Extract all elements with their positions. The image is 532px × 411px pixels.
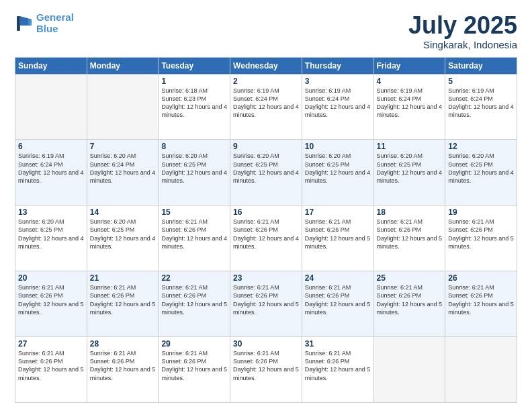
calendar-day-cell: 15Sunrise: 6:21 AM Sunset: 6:26 PM Dayli… — [159, 205, 230, 271]
day-info: Sunrise: 6:21 AM Sunset: 6:26 PM Dayligh… — [161, 283, 227, 316]
calendar-day-cell: 26Sunrise: 6:21 AM Sunset: 6:26 PM Dayli… — [445, 271, 517, 337]
calendar-day-cell: 14Sunrise: 6:20 AM Sunset: 6:25 PM Dayli… — [87, 205, 159, 271]
day-number: 17 — [305, 208, 371, 217]
header: General Blue July 2025 Singkarak, Indone… — [15, 12, 517, 50]
logo-line1: General — [36, 11, 74, 23]
calendar-day-header: Wednesday — [230, 57, 302, 74]
calendar-day-cell: 21Sunrise: 6:21 AM Sunset: 6:26 PM Dayli… — [87, 271, 159, 337]
day-number: 29 — [161, 339, 227, 349]
day-info: Sunrise: 6:21 AM Sunset: 6:26 PM Dayligh… — [90, 349, 156, 382]
day-number: 26 — [448, 273, 514, 283]
calendar-day-cell: 16Sunrise: 6:21 AM Sunset: 6:26 PM Dayli… — [230, 205, 302, 271]
calendar-day-cell — [15, 74, 87, 140]
day-number: 15 — [161, 208, 227, 217]
day-number: 11 — [377, 142, 443, 151]
calendar-day-cell: 6Sunrise: 6:19 AM Sunset: 6:24 PM Daylig… — [15, 140, 87, 205]
day-number: 30 — [233, 339, 299, 349]
calendar-day-cell: 9Sunrise: 6:20 AM Sunset: 6:25 PM Daylig… — [230, 140, 302, 205]
day-info: Sunrise: 6:19 AM Sunset: 6:24 PM Dayligh… — [448, 87, 514, 120]
day-info: Sunrise: 6:20 AM Sunset: 6:25 PM Dayligh… — [90, 218, 156, 250]
day-info: Sunrise: 6:19 AM Sunset: 6:24 PM Dayligh… — [18, 152, 84, 185]
day-info: Sunrise: 6:21 AM Sunset: 6:26 PM Dayligh… — [233, 218, 299, 250]
day-info: Sunrise: 6:20 AM Sunset: 6:25 PM Dayligh… — [18, 218, 84, 250]
calendar-day-cell: 24Sunrise: 6:21 AM Sunset: 6:26 PM Dayli… — [302, 271, 373, 337]
calendar-table: SundayMondayTuesdayWednesdayThursdayFrid… — [15, 57, 517, 403]
svg-rect-0 — [17, 16, 20, 31]
day-number: 12 — [448, 142, 514, 151]
calendar-day-header: Friday — [373, 57, 445, 74]
day-number: 25 — [377, 273, 443, 283]
day-info: Sunrise: 6:21 AM Sunset: 6:26 PM Dayligh… — [18, 349, 84, 382]
calendar-day-header: Monday — [87, 57, 159, 74]
calendar-day-cell: 10Sunrise: 6:20 AM Sunset: 6:25 PM Dayli… — [302, 140, 373, 205]
day-info: Sunrise: 6:20 AM Sunset: 6:24 PM Dayligh… — [90, 152, 156, 185]
day-number: 10 — [305, 142, 371, 151]
day-info: Sunrise: 6:21 AM Sunset: 6:26 PM Dayligh… — [90, 283, 156, 316]
calendar-week-row: 13Sunrise: 6:20 AM Sunset: 6:25 PM Dayli… — [15, 205, 517, 271]
calendar-day-cell: 8Sunrise: 6:20 AM Sunset: 6:25 PM Daylig… — [159, 140, 230, 205]
calendar-day-cell — [87, 74, 159, 140]
calendar-day-cell: 1Sunrise: 6:18 AM Sunset: 6:23 PM Daylig… — [159, 74, 230, 140]
day-number: 5 — [448, 77, 514, 86]
subtitle: Singkarak, Indonesia — [408, 39, 517, 50]
day-info: Sunrise: 6:21 AM Sunset: 6:26 PM Dayligh… — [448, 283, 514, 316]
logo-icon — [15, 14, 34, 33]
day-number: 3 — [305, 77, 371, 86]
calendar-day-header: Sunday — [15, 57, 87, 74]
calendar-header-row: SundayMondayTuesdayWednesdayThursdayFrid… — [15, 57, 517, 74]
calendar-week-row: 6Sunrise: 6:19 AM Sunset: 6:24 PM Daylig… — [15, 140, 517, 205]
calendar-week-row: 1Sunrise: 6:18 AM Sunset: 6:23 PM Daylig… — [15, 74, 517, 140]
calendar-day-cell: 31Sunrise: 6:21 AM Sunset: 6:26 PM Dayli… — [302, 337, 373, 403]
main-title: July 2025 — [408, 12, 517, 39]
calendar-day-cell: 25Sunrise: 6:21 AM Sunset: 6:26 PM Dayli… — [373, 271, 445, 337]
day-info: Sunrise: 6:21 AM Sunset: 6:26 PM Dayligh… — [377, 218, 443, 250]
calendar-week-row: 20Sunrise: 6:21 AM Sunset: 6:26 PM Dayli… — [15, 271, 517, 337]
day-info: Sunrise: 6:21 AM Sunset: 6:26 PM Dayligh… — [233, 283, 299, 316]
day-number: 7 — [90, 142, 156, 151]
day-info: Sunrise: 6:21 AM Sunset: 6:26 PM Dayligh… — [18, 283, 84, 316]
calendar-day-cell: 2Sunrise: 6:19 AM Sunset: 6:24 PM Daylig… — [230, 74, 302, 140]
logo-line2: Blue — [36, 23, 58, 34]
day-info: Sunrise: 6:21 AM Sunset: 6:26 PM Dayligh… — [305, 283, 371, 316]
calendar-day-cell: 3Sunrise: 6:19 AM Sunset: 6:24 PM Daylig… — [302, 74, 373, 140]
day-number: 4 — [377, 77, 443, 86]
calendar-day-cell: 30Sunrise: 6:21 AM Sunset: 6:26 PM Dayli… — [230, 337, 302, 403]
day-number: 20 — [18, 273, 84, 283]
day-number: 28 — [90, 339, 156, 349]
day-number: 16 — [233, 208, 299, 217]
day-number: 22 — [161, 273, 227, 283]
day-number: 6 — [18, 142, 84, 151]
calendar-day-cell: 29Sunrise: 6:21 AM Sunset: 6:26 PM Dayli… — [159, 337, 230, 403]
calendar-day-cell: 19Sunrise: 6:21 AM Sunset: 6:26 PM Dayli… — [445, 205, 517, 271]
calendar-day-header: Thursday — [302, 57, 373, 74]
day-info: Sunrise: 6:20 AM Sunset: 6:25 PM Dayligh… — [377, 152, 443, 185]
day-info: Sunrise: 6:21 AM Sunset: 6:26 PM Dayligh… — [305, 349, 371, 382]
day-info: Sunrise: 6:21 AM Sunset: 6:26 PM Dayligh… — [377, 283, 443, 316]
day-info: Sunrise: 6:21 AM Sunset: 6:26 PM Dayligh… — [305, 218, 371, 250]
day-number: 23 — [233, 273, 299, 283]
day-number: 14 — [90, 208, 156, 217]
calendar-day-cell: 17Sunrise: 6:21 AM Sunset: 6:26 PM Dayli… — [302, 205, 373, 271]
day-number: 8 — [161, 142, 227, 151]
day-info: Sunrise: 6:20 AM Sunset: 6:25 PM Dayligh… — [233, 152, 299, 185]
day-number: 27 — [18, 339, 84, 349]
day-number: 19 — [448, 208, 514, 217]
calendar-day-cell — [445, 337, 517, 403]
day-number: 21 — [90, 273, 156, 283]
page: General Blue July 2025 Singkarak, Indone… — [0, 0, 532, 411]
calendar-day-cell: 28Sunrise: 6:21 AM Sunset: 6:26 PM Dayli… — [87, 337, 159, 403]
day-info: Sunrise: 6:21 AM Sunset: 6:26 PM Dayligh… — [448, 218, 514, 250]
calendar-day-cell: 11Sunrise: 6:20 AM Sunset: 6:25 PM Dayli… — [373, 140, 445, 205]
calendar-day-header: Saturday — [445, 57, 517, 74]
calendar-day-cell: 18Sunrise: 6:21 AM Sunset: 6:26 PM Dayli… — [373, 205, 445, 271]
day-info: Sunrise: 6:20 AM Sunset: 6:25 PM Dayligh… — [305, 152, 371, 185]
calendar-day-cell: 7Sunrise: 6:20 AM Sunset: 6:24 PM Daylig… — [87, 140, 159, 205]
day-number: 2 — [233, 77, 299, 86]
calendar-day-cell: 23Sunrise: 6:21 AM Sunset: 6:26 PM Dayli… — [230, 271, 302, 337]
calendar-day-cell: 4Sunrise: 6:19 AM Sunset: 6:24 PM Daylig… — [373, 74, 445, 140]
day-info: Sunrise: 6:18 AM Sunset: 6:23 PM Dayligh… — [161, 87, 227, 120]
day-info: Sunrise: 6:21 AM Sunset: 6:26 PM Dayligh… — [161, 218, 227, 250]
calendar-day-cell: 5Sunrise: 6:19 AM Sunset: 6:24 PM Daylig… — [445, 74, 517, 140]
day-number: 1 — [161, 77, 227, 86]
day-number: 31 — [305, 339, 371, 349]
